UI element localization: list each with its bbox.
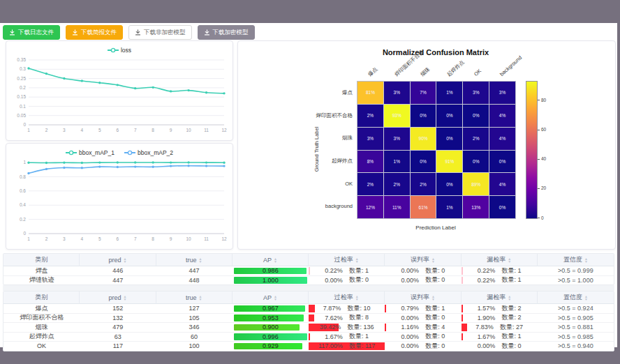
svg-text:1: 1 xyxy=(27,236,30,241)
ap-bar-wrap: 1.000 xyxy=(234,277,307,284)
column-header-pred[interactable]: pred▲▼ xyxy=(80,291,156,304)
rate-count: 数量: 1 xyxy=(349,266,369,275)
column-header-true[interactable]: true▲▼ xyxy=(156,291,232,304)
ap-value: 0.953 xyxy=(234,314,307,321)
svg-text:0: 0 xyxy=(23,231,26,236)
rate-text: 7.83%数量: 27 xyxy=(475,323,523,332)
class-name-cell: 焊印面积不合格 xyxy=(3,314,80,324)
rate-count: 数量: 1 xyxy=(425,304,445,313)
table-row: 焊盘4464470.9860.22%数量: 10.00%数量: 00.22%数量… xyxy=(3,266,614,276)
download-report-button[interactable]: 下载简报文件 xyxy=(66,25,123,40)
column-header-pred[interactable]: pred▲▼ xyxy=(80,254,156,266)
pred-cell: 132 xyxy=(80,314,156,324)
column-header-误判率[interactable]: 误判率▲▼ xyxy=(385,291,461,304)
rate-text: 1.67%数量: 1 xyxy=(325,333,369,342)
button-label: 下载加密模型 xyxy=(213,29,249,37)
svg-text:0.05: 0.05 xyxy=(17,113,26,118)
over-rate-cell: 7.87%数量: 10 xyxy=(309,304,385,314)
legend-item-bbox_mAP_1[interactable]: bbox_mAP_1 xyxy=(66,149,115,156)
download-plain-model-button[interactable]: 下载非加密模型 xyxy=(128,25,192,40)
rate-text: 0.00%数量: 0 xyxy=(401,342,445,351)
sort-icon: ▲▼ xyxy=(355,295,359,301)
true-cell: 105 xyxy=(156,314,232,324)
matrix-cell: 81% xyxy=(357,82,383,104)
column-header-label: 类别 xyxy=(35,293,47,302)
column-header-label: 置信度 xyxy=(563,293,582,302)
column-header-漏检率[interactable]: 漏检率▲▼ xyxy=(462,254,538,266)
ap-bar-wrap: 0.986 xyxy=(234,268,307,275)
rate-pct: 0.00% xyxy=(401,333,420,340)
column-header-置信度[interactable]: 置信度▲▼ xyxy=(538,291,614,304)
column-header-AP[interactable]: AP▲▼ xyxy=(232,291,309,304)
ap-cell: 1.000 xyxy=(232,276,309,285)
download-toolbar: 下载日志文件下载简报文件下载非加密模型下载加密模型 xyxy=(3,25,255,40)
svg-text:0.8: 0.8 xyxy=(20,174,26,179)
rate-count: 数量: 0 xyxy=(425,342,445,351)
rate-text: 7.87%数量: 10 xyxy=(323,304,371,313)
true-cell: 448 xyxy=(156,276,232,285)
svg-text:10: 10 xyxy=(186,236,191,241)
table-row: 焊缝轨迹4474481.0000.00%数量: 00.00%数量: 00.22%… xyxy=(3,276,614,285)
rate-count: 数量: 2 xyxy=(501,314,521,323)
rate-text: 0.00%数量: 0 xyxy=(401,314,445,323)
matrix-cell: 4% xyxy=(489,128,515,150)
rate-pct: 1.57% xyxy=(478,305,496,312)
column-header-true[interactable]: true▲▼ xyxy=(156,254,232,266)
ap-cell: 0.929 xyxy=(232,342,309,351)
column-header-漏检率[interactable]: 漏检率▲▼ xyxy=(462,291,538,304)
svg-text:8: 8 xyxy=(152,128,154,132)
column-header-过检率[interactable]: 过检率▲▼ xyxy=(309,291,385,304)
column-header-label: 过检率 xyxy=(334,255,353,264)
rate-count: 数量: 10 xyxy=(347,304,370,313)
legend-label: bbox_mAP_1 xyxy=(79,149,115,156)
matrix-row-label: 烟珠 xyxy=(238,135,353,142)
miss-rate-cell: 1.57%数量: 2 xyxy=(462,304,538,314)
colorbar-tick-label: 20 xyxy=(541,185,546,190)
svg-text:6: 6 xyxy=(116,236,119,241)
ap-cell: 0.996 xyxy=(232,333,309,342)
miss-rate-bar xyxy=(462,324,468,331)
svg-text:0.25: 0.25 xyxy=(17,76,26,81)
class-name-cell: 烟珠 xyxy=(3,323,80,333)
column-header-AP[interactable]: AP▲▼ xyxy=(232,254,309,266)
matrix-cell: 0% xyxy=(489,196,515,218)
colorbar-tick xyxy=(538,159,540,160)
matrix-cell: 3% xyxy=(384,128,410,150)
true-cell: 447 xyxy=(156,266,232,276)
svg-text:0.4: 0.4 xyxy=(20,202,26,207)
rate-text: 0.00%数量: 0 xyxy=(401,333,445,342)
matrix-cell: 89% xyxy=(463,173,489,195)
pred-cell: 446 xyxy=(80,266,156,276)
sort-icon: ▲▼ xyxy=(508,257,511,263)
matrix-cell: 91% xyxy=(436,151,462,173)
metrics-table-1: 类别pred▲▼true▲▼AP▲▼过检率▲▼误判率▲▼漏检率▲▼置信度▲▼焊盘… xyxy=(3,253,614,285)
true-cell: 127 xyxy=(156,304,232,314)
matrix-cell: 2% xyxy=(411,173,436,195)
misjudge-rate-cell: 0.00%数量: 0 xyxy=(385,342,461,351)
class-name-cell: 爆点 xyxy=(3,304,80,314)
confidence-cell: >0.5 = 1.000 xyxy=(538,276,614,285)
download-icon xyxy=(9,29,15,36)
column-header-置信度[interactable]: 置信度▲▼ xyxy=(538,254,614,266)
rate-pct: 1.67% xyxy=(325,333,343,340)
legend-line-icon xyxy=(66,150,77,156)
confusion-matrix-card: Normalized Confusion Matrix 81%3%7%1%3%3… xyxy=(237,40,616,250)
rate-pct: 0.22% xyxy=(325,267,343,274)
download-log-button[interactable]: 下载日志文件 xyxy=(3,25,60,40)
rate-pct: 1.16% xyxy=(401,324,420,331)
button-label: 下载非加密模型 xyxy=(144,29,186,37)
matrix-cell: 11% xyxy=(384,196,410,218)
svg-text:0.35: 0.35 xyxy=(17,57,26,62)
matrix-cell: 0% xyxy=(436,128,462,150)
legend-item-bbox_mAP_2[interactable]: bbox_mAP_2 xyxy=(124,149,173,156)
bbox-map-chart-card: bbox_mAP_1bbox_mAP_200.20.40.60.81123456… xyxy=(6,143,233,250)
column-header-过检率[interactable]: 过检率▲▼ xyxy=(309,254,385,266)
rate-count: 数量: 1 xyxy=(501,276,521,285)
matrix-cell: 0% xyxy=(489,151,515,173)
matrix-cell: 90% xyxy=(411,128,436,150)
column-header-误判率[interactable]: 误判率▲▼ xyxy=(385,254,461,266)
download-enc-model-button[interactable]: 下载加密模型 xyxy=(198,25,255,40)
legend-item-loss[interactable]: loss xyxy=(108,47,131,54)
rate-pct: 7.62% xyxy=(325,314,343,321)
button-label: 下载日志文件 xyxy=(18,29,54,37)
